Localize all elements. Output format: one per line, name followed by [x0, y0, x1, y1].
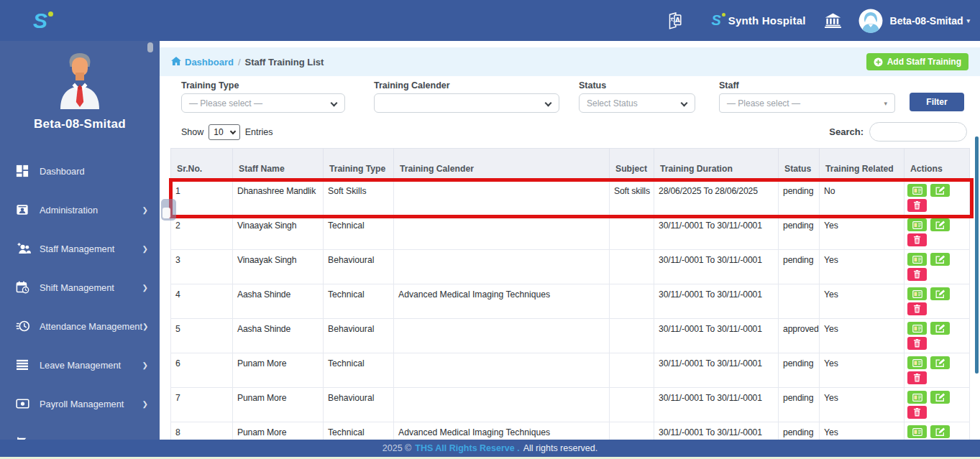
delete-button[interactable]	[907, 371, 927, 384]
cell-staff: Aasha Shinde	[233, 319, 324, 353]
footer-year: 2025 ©	[383, 443, 412, 453]
delete-button[interactable]	[907, 268, 927, 281]
view-button[interactable]	[907, 391, 927, 404]
user-menu[interactable]: Beta-08-Smitad ▾	[890, 15, 970, 27]
view-button[interactable]	[907, 287, 927, 300]
sidebar-scrollbar-thumb[interactable]	[147, 42, 153, 52]
sidebar-item-shift-management[interactable]: Shift Management❯	[0, 268, 160, 307]
sidebar-item-attendance-management[interactable]: Attendance Management❯	[0, 307, 160, 346]
entries-per-page-select[interactable]: 10	[209, 124, 239, 140]
edit-button[interactable]	[930, 218, 950, 231]
cell-status	[779, 284, 820, 319]
training-calender-select[interactable]	[374, 93, 559, 113]
money-icon	[16, 399, 32, 409]
edit-button[interactable]	[930, 184, 950, 197]
column-header-training-duration: Training Duration	[654, 149, 779, 181]
search-input[interactable]	[869, 122, 967, 142]
filter-staff: Staff — Please select — ▾	[719, 76, 895, 113]
view-button[interactable]	[907, 218, 927, 231]
bank-icon[interactable]	[825, 13, 841, 28]
filter-training-type: Training Type — Please select —	[181, 76, 345, 113]
table-row: 4Aasha ShindeTechnicalAdvanced Medical I…	[171, 284, 970, 319]
delete-button[interactable]	[907, 199, 927, 212]
chevron-right-icon: ❯	[142, 361, 148, 369]
edit-icon	[935, 324, 945, 333]
card-icon	[912, 394, 922, 402]
add-staff-training-button[interactable]: Add Staff Training	[866, 53, 968, 70]
delete-button[interactable]	[907, 302, 927, 315]
view-button[interactable]	[907, 253, 927, 266]
edit-button[interactable]	[930, 253, 950, 266]
card-icon	[912, 256, 922, 264]
cell-sr: 3	[171, 250, 233, 284]
breadcrumb-bar: Dashboard / Staff Training List Add Staf…	[160, 47, 980, 76]
cell-status: pending	[779, 181, 820, 215]
cell-type: Soft Skills	[324, 181, 394, 215]
filter-panel: Training Type — Please select — Training…	[160, 76, 980, 118]
edit-button[interactable]	[930, 287, 950, 300]
footer-link[interactable]: THS All Rights Reserve .	[415, 443, 519, 453]
training-type-select[interactable]: — Please select —	[181, 93, 345, 113]
cell-actions	[905, 353, 970, 388]
filter-button[interactable]: Filter	[910, 93, 964, 111]
caret-down-icon: ▾	[966, 17, 970, 24]
filter-label: Training Type	[181, 80, 345, 91]
selected-value: — Please select —	[189, 98, 262, 108]
cell-duration: 30/11/-0001 To 30/11/-0001	[654, 250, 779, 284]
cell-subject	[610, 388, 654, 422]
chevron-down-icon	[545, 100, 552, 107]
delete-button[interactable]	[907, 233, 927, 246]
edit-button[interactable]	[930, 425, 950, 438]
cell-related: Yes	[820, 284, 905, 319]
sidebar-item-payroll-management[interactable]: Payroll Management❯	[0, 384, 160, 423]
delete-button[interactable]	[907, 406, 927, 419]
filter-training-calender: Training Calender	[374, 76, 559, 113]
clock-icon	[16, 320, 32, 333]
delete-button[interactable]	[907, 337, 927, 350]
edit-icon	[935, 289, 945, 298]
view-button[interactable]	[907, 356, 927, 369]
cell-related: Yes	[820, 215, 905, 250]
cell-status: pending	[779, 215, 820, 250]
edit-button[interactable]	[930, 356, 950, 369]
view-button[interactable]	[907, 322, 927, 335]
sidebar-item-leave-management[interactable]: Leave Management❯	[0, 346, 160, 384]
edit-icon	[935, 393, 945, 402]
language-icon[interactable]: A	[665, 11, 684, 30]
edit-icon	[935, 427, 945, 436]
cell-status: pending	[779, 250, 820, 284]
entries-label: Entries	[245, 127, 273, 137]
breadcrumb-home-link[interactable]: Dashboard	[171, 57, 234, 68]
card-icon	[912, 221, 922, 229]
cell-subject: Soft skills	[610, 181, 654, 215]
card-icon	[912, 428, 922, 436]
id-card-icon	[16, 203, 32, 216]
view-button[interactable]	[907, 425, 927, 438]
view-button[interactable]	[907, 184, 927, 197]
cell-sr: 5	[171, 319, 233, 353]
footer-rights: All rights reserved.	[523, 443, 598, 453]
edit-button[interactable]	[930, 322, 950, 335]
status-select[interactable]: Select Status	[579, 93, 695, 113]
cell-actions	[905, 250, 970, 284]
sidebar-item-dashboard[interactable]: Dashboard	[0, 152, 160, 190]
floating-handle[interactable]	[161, 199, 176, 221]
cell-actions	[905, 388, 970, 422]
sidebar-item-administration[interactable]: Administration❯	[0, 190, 160, 229]
brand-s-icon[interactable]: S	[711, 12, 720, 29]
table-row: 1Dhanashree MandlikSoft SkillsSoft skill…	[171, 181, 970, 215]
staff-select[interactable]: — Please select — ▾	[719, 93, 895, 113]
trash-icon	[913, 374, 921, 382]
cell-calender	[394, 250, 610, 284]
card-icon	[912, 325, 922, 333]
sidebar-item-label: Payroll Management	[40, 399, 124, 409]
sidebar-item-staff-management[interactable]: Staff Management❯	[0, 229, 160, 268]
edit-button[interactable]	[930, 391, 950, 404]
user-avatar[interactable]	[858, 9, 883, 33]
cell-staff: Aasha Shinde	[233, 284, 324, 319]
cell-type: Technical	[324, 284, 394, 319]
app-logo[interactable]: S	[33, 10, 47, 32]
dashboard-icon	[16, 164, 32, 177]
table-header-row: Sr.No.Staff NameTraining TypeTraining Ca…	[171, 149, 970, 181]
page-scrollbar-thumb[interactable]	[975, 136, 979, 374]
